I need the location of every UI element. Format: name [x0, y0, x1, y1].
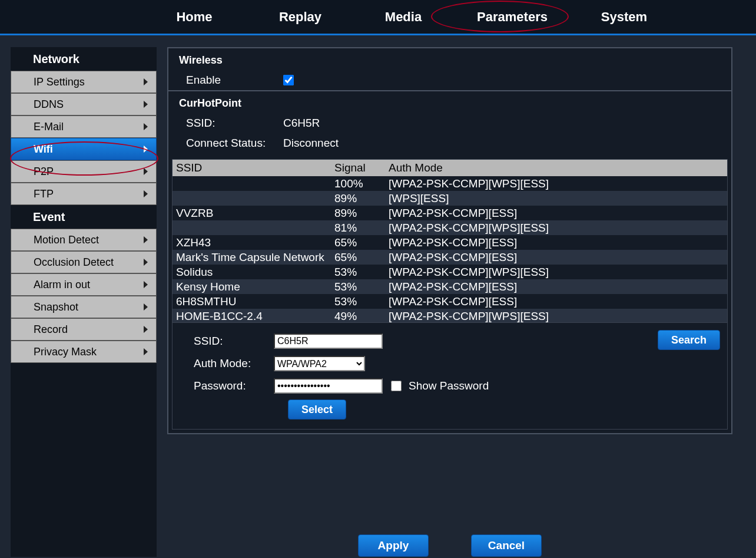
table-row[interactable]: Kensy Home53%[WPA2-PSK-CCMP][ESS] — [173, 279, 727, 294]
cell-signal: 53% — [334, 266, 389, 279]
cell-auth: [WPS][ESS] — [389, 192, 727, 205]
chevron-right-icon — [144, 326, 148, 333]
chevron-right-icon — [144, 281, 148, 288]
cell-signal: 89% — [334, 192, 389, 205]
sidebar-item-ip-settings[interactable]: IP Settings — [11, 71, 157, 93]
password-input[interactable] — [274, 378, 383, 394]
cell-auth: [WPA2-PSK-CCMP][ESS] — [389, 280, 727, 293]
form-password-label: Password: — [180, 379, 274, 392]
cell-signal: 53% — [334, 295, 389, 308]
sidebar-item-email[interactable]: E-Mail — [11, 115, 157, 138]
show-password-label: Show Password — [409, 379, 489, 392]
ssid-input[interactable] — [274, 334, 383, 349]
cell-auth: [WPA2-PSK-CCMP][ESS] — [389, 295, 727, 308]
chevron-right-icon — [144, 190, 148, 197]
cell-signal: 89% — [334, 207, 389, 220]
sidebar-item-label: FTP — [34, 188, 54, 200]
table-row[interactable]: 6H8SMTHU53%[WPA2-PSK-CCMP][ESS] — [173, 294, 727, 309]
cell-ssid: VVZRB — [173, 207, 334, 220]
sidebar-item-record[interactable]: Record — [11, 318, 157, 341]
sidebar-item-label: Motion Detect — [34, 234, 99, 246]
cell-ssid: Solidus — [173, 266, 334, 279]
sidebar-item-p2p[interactable]: P2P — [11, 160, 157, 183]
sidebar-item-occlusion-detect[interactable]: Occlusion Detect — [11, 251, 157, 273]
chevron-right-icon — [144, 168, 148, 175]
cell-signal: 49% — [334, 310, 389, 323]
sidebar-item-motion-detect[interactable]: Motion Detect — [11, 229, 157, 251]
connect-status-value: Disconnect — [283, 137, 339, 150]
sidebar-item-label: E-Mail — [34, 121, 64, 133]
sidebar-item-ftp[interactable]: FTP — [11, 183, 157, 205]
sidebar-item-alarm-in-out[interactable]: Alarm in out — [11, 273, 157, 296]
table-row[interactable]: 89%[WPS][ESS] — [173, 191, 727, 206]
chevron-right-icon — [144, 236, 148, 243]
cell-signal: 53% — [334, 280, 389, 293]
content: Wireless Enable CurHotPoint SSID: C6H5R … — [167, 47, 732, 557]
sidebar-item-label: Snapshot — [34, 301, 78, 313]
table-row[interactable]: Solidus53%[WPA2-PSK-CCMP][WPS][ESS] — [173, 265, 727, 279]
wifi-panel: Wireless Enable CurHotPoint SSID: C6H5R … — [167, 47, 732, 434]
cell-auth: [WPA2-PSK-CCMP][ESS] — [389, 236, 727, 249]
apply-button[interactable]: Apply — [358, 534, 429, 557]
table-row[interactable]: 81%[WPA2-PSK-CCMP][WPS][ESS] — [173, 220, 727, 235]
table-row[interactable]: XZH4365%[WPA2-PSK-CCMP][ESS] — [173, 235, 727, 250]
col-ssid: SSID — [173, 161, 334, 174]
sidebar-event-title: Event — [11, 205, 157, 229]
col-auth: Auth Mode — [389, 161, 727, 174]
cell-ssid: XZH43 — [173, 236, 334, 249]
show-password-checkbox[interactable] — [391, 381, 402, 391]
nav-parameters[interactable]: Parameters — [453, 0, 571, 34]
nav-media[interactable]: Media — [353, 0, 453, 34]
search-button[interactable]: Search — [658, 330, 720, 350]
auth-mode-select[interactable]: WPA/WPA2 — [274, 356, 365, 371]
bottom-bar: Apply Cancel — [167, 534, 732, 557]
chevron-right-icon — [144, 303, 148, 311]
cancel-button[interactable]: Cancel — [471, 534, 542, 557]
curhotpoint-heading: CurHotPoint — [168, 91, 731, 113]
table-row[interactable]: HOME-B1CC-2.449%[WPA2-PSK-CCMP][WPS][ESS… — [173, 309, 727, 322]
cell-ssid: HOME-B1CC-2.4 — [173, 310, 334, 323]
sidebar-item-wifi[interactable]: Wifi — [11, 138, 157, 160]
nav-spacer — [0, 0, 141, 34]
sidebar-item-label: Record — [34, 323, 68, 336]
sidebar-item-ddns[interactable]: DDNS — [11, 93, 157, 115]
wifi-form: Search SSID: Auth Mode: WPA/WPA2 Passwor… — [172, 323, 728, 430]
nav-home[interactable]: Home — [141, 0, 247, 34]
form-auth-label: Auth Mode: — [180, 357, 274, 370]
table-row[interactable]: VVZRB89%[WPA2-PSK-CCMP][ESS] — [173, 206, 727, 220]
enable-label: Enable — [186, 74, 283, 87]
table-row[interactable]: Mark's Time Capsule Network65%[WPA2-PSK-… — [173, 250, 727, 265]
cell-signal: 65% — [334, 251, 389, 264]
chevron-right-icon — [144, 78, 148, 85]
table-row[interactable]: 100%[WPA2-PSK-CCMP][WPS][ESS] — [173, 176, 727, 191]
sidebar-item-label: Wifi — [34, 143, 53, 156]
connect-status-label: Connect Status: — [186, 137, 283, 150]
form-ssid-label: SSID: — [180, 335, 274, 348]
chevron-right-icon — [144, 101, 148, 108]
nav-system[interactable]: System — [571, 0, 677, 34]
cell-auth: [WPA2-PSK-CCMP][WPS][ESS] — [389, 266, 727, 279]
wifi-table-body[interactable]: 100%[WPA2-PSK-CCMP][WPS][ESS]89%[WPS][ES… — [173, 176, 727, 322]
sidebar-item-label: Alarm in out — [34, 279, 90, 291]
sidebar-network-title: Network — [11, 47, 157, 71]
sidebar-item-label: Occlusion Detect — [34, 256, 114, 269]
sidebar: Network IP Settings DDNS E-Mail Wifi P2P… — [11, 47, 157, 557]
wifi-table: SSID Signal Auth Mode 100%[WPA2-PSK-CCMP… — [172, 159, 728, 323]
chevron-right-icon — [144, 123, 148, 130]
ssid-value: C6H5R — [283, 117, 320, 130]
cell-ssid: 6H8SMTHU — [173, 295, 334, 308]
wifi-table-header: SSID Signal Auth Mode — [173, 160, 727, 176]
select-button[interactable]: Select — [288, 399, 346, 420]
chevron-right-icon — [144, 348, 148, 355]
sidebar-item-privacy-mask[interactable]: Privacy Mask — [11, 341, 157, 363]
enable-checkbox[interactable] — [283, 75, 294, 85]
sidebar-item-snapshot[interactable]: Snapshot — [11, 296, 157, 318]
nav-replay[interactable]: Replay — [247, 0, 353, 34]
cell-ssid: Mark's Time Capsule Network — [173, 251, 334, 264]
top-nav: Home Replay Media Parameters System — [0, 0, 756, 35]
wireless-heading: Wireless — [168, 48, 731, 70]
sidebar-item-label: IP Settings — [34, 76, 85, 88]
cell-auth: [WPA2-PSK-CCMP][ESS] — [389, 251, 727, 264]
ssid-label: SSID: — [186, 117, 283, 130]
sidebar-item-label: DDNS — [34, 98, 64, 111]
